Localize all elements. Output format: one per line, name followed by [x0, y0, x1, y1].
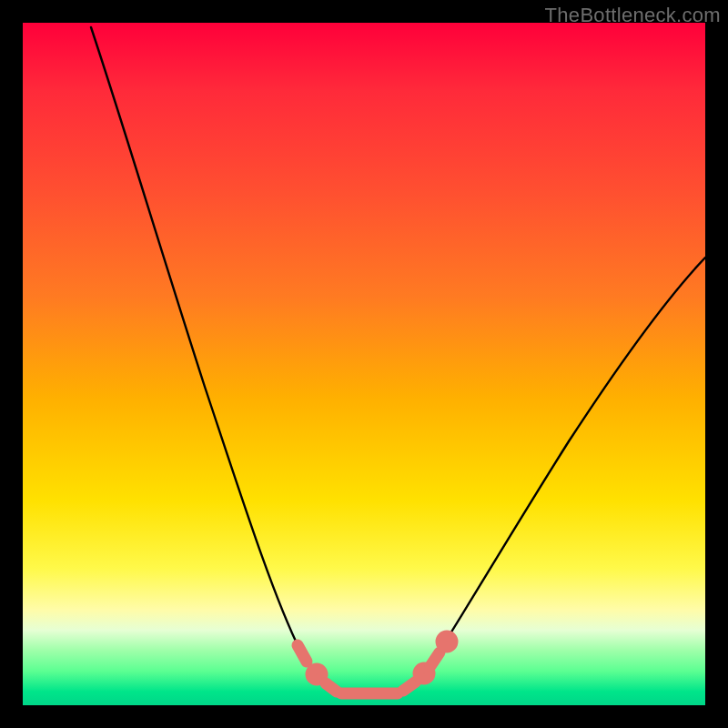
curve-path — [91, 27, 705, 696]
watermark-text: TheBottleneck.com — [545, 4, 721, 27]
svg-point-1 — [311, 669, 322, 680]
valley-markers — [298, 636, 452, 693]
svg-line-0 — [298, 645, 307, 662]
svg-line-2 — [326, 683, 337, 692]
svg-point-7 — [441, 636, 452, 647]
svg-line-4 — [403, 682, 416, 691]
svg-line-6 — [430, 652, 440, 666]
bottleneck-curve — [23, 23, 705, 705]
plot-area — [23, 23, 705, 705]
chart-stage: TheBottleneck.com — [0, 0, 728, 728]
